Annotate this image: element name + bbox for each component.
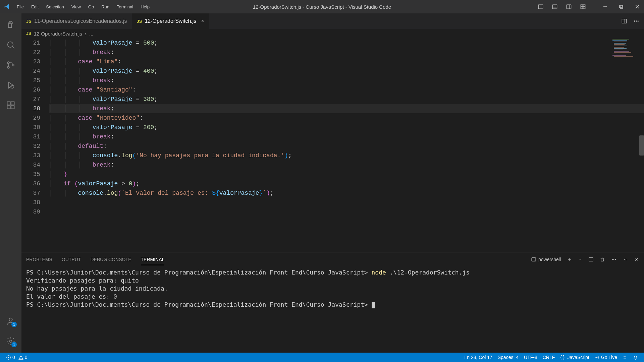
terminal-dropdown-icon[interactable] xyxy=(578,257,582,261)
layout-customize-icon[interactable] xyxy=(579,3,587,11)
svg-rect-0 xyxy=(538,5,543,9)
code-line[interactable]: │ │ │ break; xyxy=(49,132,644,141)
code-line[interactable]: │ │ │ break; xyxy=(49,160,644,170)
line-number[interactable]: 36 xyxy=(21,179,40,188)
status-notifications-icon[interactable] xyxy=(630,355,641,360)
svg-rect-37 xyxy=(614,46,627,46)
extensions-icon[interactable] xyxy=(5,100,16,111)
code-line[interactable]: │ │ │ break; xyxy=(49,48,644,57)
menu-item-go[interactable]: Go xyxy=(85,2,97,11)
close-panel-icon[interactable] xyxy=(634,257,639,262)
line-number[interactable]: 25 xyxy=(21,76,40,85)
code-line[interactable] xyxy=(49,198,644,207)
settings-gear-icon[interactable]: 1 xyxy=(5,336,16,347)
line-number[interactable]: 34 xyxy=(21,160,40,170)
status-eol[interactable]: CRLF xyxy=(540,355,558,360)
status-indent[interactable]: Spaces: 4 xyxy=(495,355,521,360)
line-number[interactable]: 28 xyxy=(21,104,40,113)
terminal-body[interactable]: PS C:\Users\Junior\Documents\Curso de Pr… xyxy=(21,266,644,353)
search-icon[interactable] xyxy=(5,40,16,50)
code-line[interactable]: │ │ │ valorPasaje = 400; xyxy=(49,66,644,76)
menu-item-file[interactable]: File xyxy=(13,2,27,11)
line-number[interactable]: 39 xyxy=(21,207,40,217)
status-cursor-position[interactable]: Ln 28, Col 17 xyxy=(462,355,495,360)
menu-item-selection[interactable]: Selection xyxy=(43,2,67,11)
code-line[interactable]: │ │ console.log(`El valor del pasaje es:… xyxy=(49,188,644,198)
menu-item-view[interactable]: View xyxy=(68,2,84,11)
line-number[interactable]: 30 xyxy=(21,123,40,132)
layout-panel-right-icon[interactable] xyxy=(565,3,573,11)
menu-item-run[interactable]: Run xyxy=(98,2,113,11)
line-number[interactable]: 33 xyxy=(21,151,40,160)
panel-tab-output[interactable]: OUTPUT xyxy=(62,254,81,265)
accounts-icon[interactable]: 1 xyxy=(5,316,16,326)
code-line[interactable]: │ │ │ valorPasaje = 500; xyxy=(49,38,644,48)
terminal-shell-selector[interactable]: powershell xyxy=(531,257,561,262)
code-line[interactable] xyxy=(49,207,644,217)
breadcrumb[interactable]: JS 12-OperadorSwitch.js › ... xyxy=(21,29,644,38)
close-button[interactable] xyxy=(633,3,641,11)
code-editor[interactable]: 21222324252627282930313233343536373839 │… xyxy=(21,38,644,252)
terminal-line: Verificando pasajes para: quito xyxy=(26,277,639,285)
code-line[interactable]: │ │ │ console.log('No hay pasajes para l… xyxy=(49,151,644,160)
kill-terminal-icon[interactable] xyxy=(600,257,605,262)
code-line[interactable]: │ │ case "Lima": xyxy=(49,57,644,66)
tab-11-operadoreslogicosencadenados-js[interactable]: JS11-OperadoresLogicosEncadenados.js xyxy=(21,13,132,29)
new-terminal-icon[interactable] xyxy=(567,257,572,262)
status-encoding[interactable]: UTF-8 xyxy=(521,355,540,360)
editor-scrollbar[interactable] xyxy=(639,135,644,156)
line-number[interactable]: 29 xyxy=(21,113,40,123)
panel-tab-debug-console[interactable]: DEBUG CONSOLE xyxy=(90,254,131,265)
line-number[interactable]: 27 xyxy=(21,95,40,104)
more-actions-icon[interactable] xyxy=(633,18,639,24)
svg-rect-46 xyxy=(532,258,536,261)
code-line[interactable]: │ │ case "Santiago": xyxy=(49,85,644,95)
code-line[interactable]: │ } xyxy=(49,170,644,179)
line-number[interactable]: 23 xyxy=(21,57,40,66)
run-debug-icon[interactable] xyxy=(5,80,16,90)
explorer-icon[interactable] xyxy=(5,19,16,30)
panel-tab-problems[interactable]: PROBLEMS xyxy=(26,254,52,265)
line-number[interactable]: 26 xyxy=(21,85,40,95)
line-number[interactable]: 38 xyxy=(21,198,40,207)
breadcrumb-symbol: ... xyxy=(89,31,94,37)
split-editor-icon[interactable] xyxy=(621,18,627,24)
line-number[interactable]: 35 xyxy=(21,170,40,179)
status-prettier-icon[interactable] xyxy=(620,355,630,360)
panel-more-icon[interactable] xyxy=(611,257,616,262)
code-line[interactable]: │ │ │ break; xyxy=(49,76,644,85)
line-number[interactable]: 31 xyxy=(21,132,40,141)
split-terminal-icon[interactable] xyxy=(588,257,594,262)
menu-item-help[interactable]: Help xyxy=(137,2,153,11)
status-go-live[interactable]: Go Live xyxy=(592,355,620,360)
tab-close-icon[interactable]: × xyxy=(201,18,204,24)
panel-tab-terminal[interactable]: TERMINAL xyxy=(141,254,165,265)
code-line[interactable]: │ │ │ valorPasaje = 380; xyxy=(49,95,644,104)
line-number[interactable]: 22 xyxy=(21,48,40,57)
line-number[interactable]: 37 xyxy=(21,188,40,198)
menu-item-terminal[interactable]: Terminal xyxy=(113,2,137,11)
svg-rect-21 xyxy=(7,102,10,105)
line-number[interactable]: 21 xyxy=(21,38,40,48)
menu-item-edit[interactable]: Edit xyxy=(28,2,42,11)
svg-rect-11 xyxy=(620,5,622,8)
minimize-button[interactable] xyxy=(601,3,609,11)
minimap[interactable] xyxy=(611,38,638,65)
status-warnings-count: 0 xyxy=(25,355,28,360)
code-line[interactable]: │ │ case "Montevideo": xyxy=(49,113,644,123)
code-line[interactable]: │ │ │ break; xyxy=(49,104,644,113)
code-line[interactable]: │ if (valorPasaje > 0); xyxy=(49,179,644,188)
layout-panel-left-icon[interactable] xyxy=(537,3,545,11)
code-line[interactable]: │ │ │ valorPasaje = 200; xyxy=(49,123,644,132)
line-number[interactable]: 24 xyxy=(21,66,40,76)
status-errors[interactable]: 0 0 xyxy=(3,355,30,360)
tab-12-operadorswitch-js[interactable]: JS12-OperadorSwitch.js× xyxy=(132,13,209,29)
maximize-panel-icon[interactable] xyxy=(623,257,628,262)
status-language[interactable]: { } JavaScript xyxy=(557,355,592,360)
terminal-shell-name: powershell xyxy=(538,257,561,262)
source-control-icon[interactable] xyxy=(5,60,16,70)
maximize-button[interactable] xyxy=(617,3,625,11)
layout-panel-bottom-icon[interactable] xyxy=(551,3,559,11)
code-line[interactable]: │ │ default: xyxy=(49,141,644,151)
line-number[interactable]: 32 xyxy=(21,141,40,151)
